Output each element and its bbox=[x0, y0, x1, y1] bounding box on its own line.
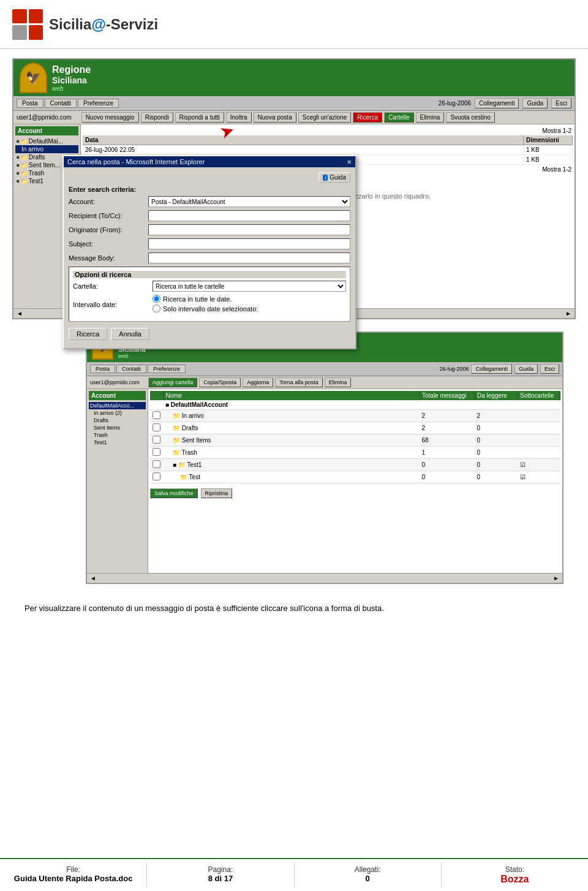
row4-check[interactable] bbox=[150, 447, 163, 459]
app-body-1: Account ■ 📁 DefaultMai... In arrivo ■ 📁 … bbox=[13, 124, 575, 308]
guida-btn-1[interactable]: Guida bbox=[522, 98, 548, 108]
elimina-btn-2[interactable]: Elimina bbox=[325, 377, 352, 387]
message-body-row: Message Body: bbox=[69, 252, 350, 264]
scroll-right-1[interactable]: ► bbox=[565, 310, 571, 317]
expand-icon-trash: ■ bbox=[17, 170, 20, 176]
menu-posta-2[interactable]: Posta bbox=[90, 365, 115, 373]
options-label: Opzioni di ricerca bbox=[73, 271, 346, 278]
message-body-input[interactable] bbox=[148, 252, 350, 264]
row2-check[interactable] bbox=[150, 422, 163, 434]
folder-label: Cartella: bbox=[73, 282, 153, 290]
radio-row-1: Ricerca in tutte le date. bbox=[153, 295, 258, 303]
sidebar-item-2-trash[interactable]: Trash bbox=[89, 431, 146, 439]
copia-sposta-btn[interactable]: Copia/Sposta bbox=[199, 377, 241, 387]
ricerca-dialog-btn[interactable]: Ricerca bbox=[69, 328, 107, 340]
sidebar-item-inarrivo[interactable]: In arrivo bbox=[15, 145, 78, 153]
menu-posta-1[interactable]: Posta bbox=[17, 99, 43, 108]
folder-select[interactable]: Ricerca in tutte le cartelle bbox=[153, 281, 346, 292]
sidebar-2-label-4: Trash bbox=[94, 432, 108, 438]
rispondi-btn[interactable]: Rispondi bbox=[141, 112, 173, 123]
menu-preferenze-1[interactable]: Preferenze bbox=[78, 99, 119, 108]
checkbox-drafts[interactable] bbox=[153, 423, 160, 431]
esci-btn-2[interactable]: Esci bbox=[540, 364, 559, 374]
checkbox-test1[interactable] bbox=[153, 460, 160, 468]
radio-all-dates[interactable] bbox=[153, 295, 160, 303]
row3-name: 📁 Sent Items bbox=[163, 434, 420, 447]
menu-contatti-1[interactable]: Contatti bbox=[45, 99, 77, 108]
ripristina-btn[interactable]: Ripristina bbox=[201, 488, 233, 498]
annulla-dialog-btn[interactable]: Annulla bbox=[111, 328, 149, 340]
sidebar-item-2-test1[interactable]: Test1 bbox=[89, 439, 146, 446]
row0-check bbox=[150, 400, 163, 410]
scroll-left-1[interactable]: ◄ bbox=[17, 310, 23, 317]
scroll-right-2[interactable]: ► bbox=[553, 575, 559, 582]
nuova-posta-btn[interactable]: Nuova posta bbox=[254, 112, 296, 123]
esci-btn-1[interactable]: Esci bbox=[551, 98, 571, 108]
scegli-azione-btn[interactable]: Scegli un'azione bbox=[298, 112, 352, 123]
dialog-body: i Guida Enter search criteria: Account: … bbox=[64, 167, 355, 348]
salva-modifiche-btn[interactable]: Salva modifiche bbox=[150, 488, 198, 498]
aggiungi-cartella-btn[interactable]: Aggiungi cartella bbox=[148, 377, 198, 387]
svuota-cestino-btn[interactable]: Svuota cestino bbox=[446, 112, 495, 123]
logo-squares bbox=[12, 9, 43, 40]
message-row-1[interactable]: 26-lug-2006 22.05 1 KB bbox=[83, 145, 573, 155]
row6-check[interactable] bbox=[150, 471, 163, 483]
sidebar-item-2-inarrivo[interactable]: In arrivo (2) bbox=[89, 409, 146, 417]
checkbox-sentitems[interactable] bbox=[153, 436, 160, 444]
sidebar-item-2-defaultmail[interactable]: DefaultMailAcco... bbox=[89, 402, 146, 409]
regione-name-3: web bbox=[52, 85, 91, 92]
collegamenti-btn-2[interactable]: Collegamenti bbox=[471, 364, 512, 374]
elimina-btn-1[interactable]: Elimina bbox=[416, 112, 445, 123]
logo-text: Sicilia@-Servizi bbox=[49, 16, 158, 33]
guida-dialog-btn[interactable]: i Guida bbox=[318, 172, 350, 183]
row5-check[interactable] bbox=[150, 459, 163, 471]
originator-input[interactable] bbox=[148, 224, 350, 235]
radio-selected-dates[interactable] bbox=[153, 305, 160, 313]
sidebar-label-4: Trash bbox=[29, 170, 44, 176]
folder-icon-drafts: 📁 bbox=[21, 154, 28, 161]
row5-sub: ☑ bbox=[518, 459, 560, 471]
guida-btn-2[interactable]: Guida bbox=[514, 364, 538, 374]
row2-sub bbox=[518, 422, 560, 434]
action-toolbar-1: user1@ppmido.com Nuovo messaggio Rispond… bbox=[13, 111, 575, 124]
row1-check[interactable] bbox=[150, 410, 163, 422]
cartelle-btn[interactable]: Cartelle bbox=[384, 112, 413, 123]
dialog-buttons: Ricerca Annulla bbox=[69, 325, 350, 343]
row6-sub: ☑ bbox=[518, 471, 560, 483]
menu-contatti-2[interactable]: Contatti bbox=[116, 365, 146, 373]
sidebar-header-1: Account bbox=[15, 126, 78, 135]
row3-check[interactable] bbox=[150, 434, 163, 447]
sidebar-item-2-sentitems[interactable]: Sent Items bbox=[89, 424, 146, 431]
table-row: ■ 📁 Test1 0 0 ☑ bbox=[150, 459, 560, 471]
message-body-label: Message Body: bbox=[69, 254, 148, 262]
main-content: 🦅 Regione Siciliana web Posta Contatti P… bbox=[0, 49, 588, 630]
aggiorna-btn[interactable]: Aggiorna bbox=[243, 377, 273, 387]
col-total-header: Totale messaggi bbox=[420, 391, 475, 400]
menu-bar-2: Posta Contatti Preferenze 26-lug-2006 Co… bbox=[87, 362, 562, 376]
menu-preferenze-2[interactable]: Preferenze bbox=[148, 365, 186, 373]
collegamenti-btn-1[interactable]: Collegamenti bbox=[475, 98, 519, 108]
sidebar-label-1: In arrivo bbox=[21, 146, 43, 153]
folder-management-area: Nome Totale messaggi Da leggere Sottocar… bbox=[148, 389, 562, 573]
account-select[interactable]: Posta - DefaultMailAccount bbox=[148, 196, 350, 207]
ricerca-btn[interactable]: Ricerca bbox=[353, 112, 382, 123]
recipient-input[interactable] bbox=[148, 210, 350, 221]
footer-file: File: Guida Utente Rapida Posta.doc bbox=[0, 863, 147, 887]
close-icon[interactable]: ✕ bbox=[347, 159, 352, 165]
torna-posta-btn[interactable]: Torna alla posta bbox=[275, 377, 323, 387]
sidebar-item-defaultmail[interactable]: ■ 📁 DefaultMai... bbox=[15, 137, 78, 145]
scroll-left-2[interactable]: ◄ bbox=[90, 575, 96, 582]
sidebar-item-2-drafts[interactable]: Drafts bbox=[89, 417, 146, 424]
subject-input[interactable] bbox=[148, 238, 350, 249]
checkbox-trash[interactable] bbox=[153, 448, 160, 456]
nuovo-messaggio-btn[interactable]: Nuovo messaggio bbox=[81, 112, 139, 123]
row2-name: 📁 Drafts bbox=[163, 422, 420, 434]
checkbox-inarrivo[interactable] bbox=[153, 411, 160, 419]
sidebar-2: Account DefaultMailAcco... In arrivo (2)… bbox=[87, 389, 148, 573]
table-row: 📁 Sent Items 68 0 bbox=[150, 434, 560, 447]
row5-total: 0 bbox=[420, 459, 475, 471]
row6-total: 0 bbox=[420, 471, 475, 483]
user-info-2: user1@ppmido.com bbox=[90, 379, 140, 385]
rispondi-tutti-btn[interactable]: Rispondi a tutti bbox=[175, 112, 224, 123]
checkbox-test[interactable] bbox=[153, 472, 160, 480]
